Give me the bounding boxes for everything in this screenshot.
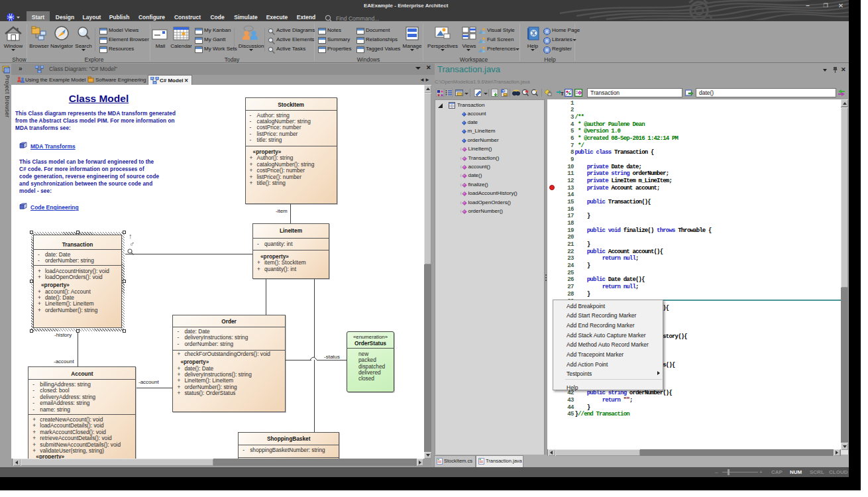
svg-text:T: T (561, 91, 564, 97)
